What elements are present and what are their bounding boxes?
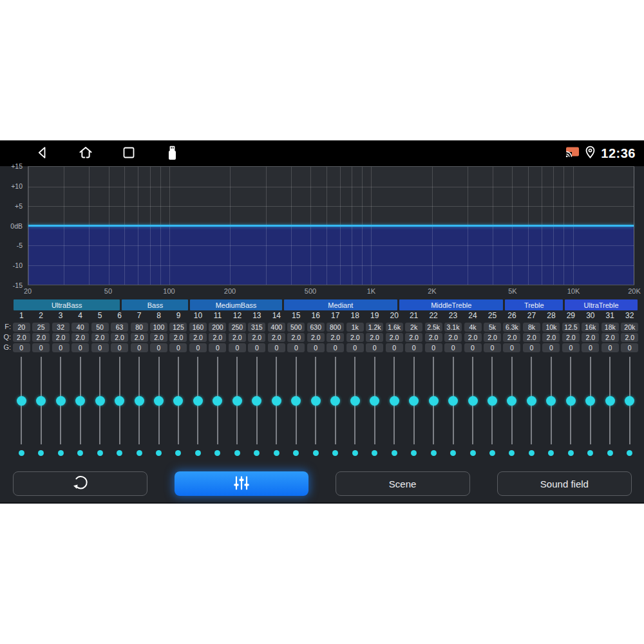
gain-value[interactable]: 0 (32, 343, 50, 352)
q-value[interactable]: 2.0 (169, 333, 187, 342)
q-value[interactable]: 2.0 (91, 333, 109, 342)
q-value[interactable]: 2.0 (189, 333, 207, 342)
slider-knob[interactable] (605, 396, 615, 406)
q-value[interactable]: 2.0 (346, 333, 364, 342)
q-value[interactable]: 2.0 (405, 333, 422, 342)
q-value[interactable]: 2.0 (248, 333, 265, 342)
gain-value[interactable]: 0 (52, 343, 70, 352)
gain-slider[interactable] (522, 357, 541, 444)
slider-knob[interactable] (232, 396, 242, 406)
gain-slider[interactable] (482, 357, 502, 444)
gain-value[interactable]: 0 (287, 343, 305, 352)
cast-icon[interactable] (565, 146, 580, 160)
gain-value[interactable]: 0 (307, 343, 325, 352)
gain-value[interactable]: 0 (131, 343, 148, 352)
freq-value[interactable]: 20k (621, 323, 638, 332)
slider-knob[interactable] (429, 396, 439, 406)
slider-knob[interactable] (330, 396, 340, 406)
freq-value[interactable]: 1.2k (366, 323, 383, 332)
q-value[interactable]: 2.0 (542, 333, 560, 342)
band-segment[interactable]: Treble (505, 299, 563, 310)
gain-slider[interactable] (384, 357, 404, 444)
gain-value[interactable]: 0 (366, 343, 383, 352)
freq-value[interactable]: 63 (111, 323, 128, 332)
freq-value[interactable]: 20 (13, 323, 30, 332)
gain-value[interactable]: 0 (523, 343, 540, 352)
recents-button[interactable] (121, 146, 137, 162)
slider-knob[interactable] (409, 396, 419, 406)
freq-value[interactable]: 250 (229, 323, 246, 332)
slider-knob[interactable] (585, 396, 595, 406)
location-icon[interactable] (585, 146, 596, 162)
slider-knob[interactable] (135, 396, 144, 406)
freq-value[interactable]: 315 (248, 323, 265, 332)
q-value[interactable]: 2.0 (484, 333, 501, 342)
q-value[interactable]: 2.0 (209, 333, 226, 342)
gain-slider[interactable] (443, 357, 462, 444)
gain-value[interactable]: 0 (13, 343, 30, 352)
freq-value[interactable]: 32 (52, 323, 70, 332)
gain-slider[interactable] (149, 357, 168, 444)
gain-slider[interactable] (463, 357, 482, 444)
freq-value[interactable]: 4k (464, 323, 482, 332)
gain-value[interactable]: 0 (150, 343, 167, 352)
reset-button[interactable] (13, 471, 147, 496)
gain-slider[interactable] (365, 357, 384, 444)
gain-slider[interactable] (70, 357, 90, 444)
q-value[interactable]: 2.0 (71, 333, 89, 342)
band-segment[interactable]: Bass (122, 299, 188, 310)
scene-button[interactable]: Scene (336, 471, 470, 496)
q-value[interactable]: 2.0 (366, 333, 383, 342)
slider-knob[interactable] (507, 396, 516, 406)
gain-value[interactable]: 0 (268, 343, 285, 352)
q-value[interactable]: 2.0 (523, 333, 540, 342)
gain-slider[interactable] (129, 357, 149, 444)
freq-value[interactable]: 630 (307, 323, 325, 332)
slider-knob[interactable] (527, 396, 536, 406)
gain-slider[interactable] (345, 357, 365, 444)
gain-value[interactable]: 0 (386, 343, 403, 352)
freq-value[interactable]: 500 (287, 323, 305, 332)
slider-knob[interactable] (546, 396, 556, 406)
gain-slider[interactable] (620, 357, 639, 444)
gain-slider[interactable] (51, 357, 70, 444)
gain-value[interactable]: 0 (425, 343, 442, 352)
gain-slider[interactable] (306, 357, 325, 444)
band-segment[interactable]: MediumBass (190, 299, 281, 310)
gain-slider[interactable] (169, 357, 188, 444)
gain-value[interactable]: 0 (189, 343, 207, 352)
gain-value[interactable]: 0 (621, 343, 638, 352)
gain-slider[interactable] (109, 357, 129, 444)
freq-value[interactable]: 200 (209, 323, 226, 332)
slider-knob[interactable] (173, 396, 183, 406)
freq-value[interactable]: 160 (189, 323, 207, 332)
gain-value[interactable]: 0 (464, 343, 482, 352)
q-value[interactable]: 2.0 (582, 333, 599, 342)
q-value[interactable]: 2.0 (229, 333, 246, 342)
q-value[interactable]: 2.0 (150, 333, 167, 342)
freq-value[interactable]: 18k (601, 323, 619, 332)
usb-button[interactable] (164, 146, 180, 162)
gain-slider[interactable] (247, 357, 267, 444)
q-value[interactable]: 2.0 (32, 333, 50, 342)
band-segment[interactable]: UltraBass (14, 299, 120, 310)
gain-slider[interactable] (542, 357, 561, 444)
gain-slider[interactable] (90, 357, 109, 444)
q-value[interactable]: 2.0 (503, 333, 520, 342)
q-value[interactable]: 2.0 (464, 333, 482, 342)
band-segment[interactable]: UltraTreble (565, 299, 638, 310)
q-value[interactable]: 2.0 (444, 333, 462, 342)
gain-value[interactable]: 0 (503, 343, 520, 352)
freq-value[interactable]: 400 (268, 323, 285, 332)
freq-value[interactable]: 50 (91, 323, 109, 332)
back-button[interactable] (35, 146, 50, 162)
freq-value[interactable]: 2.5k (425, 323, 442, 332)
gain-value[interactable]: 0 (248, 343, 265, 352)
gain-value[interactable]: 0 (542, 343, 560, 352)
slider-knob[interactable] (625, 396, 634, 406)
slider-knob[interactable] (566, 396, 576, 406)
q-value[interactable]: 2.0 (621, 333, 638, 342)
gain-slider[interactable] (188, 357, 207, 444)
slider-knob[interactable] (213, 396, 222, 406)
freq-value[interactable]: 125 (169, 323, 187, 332)
